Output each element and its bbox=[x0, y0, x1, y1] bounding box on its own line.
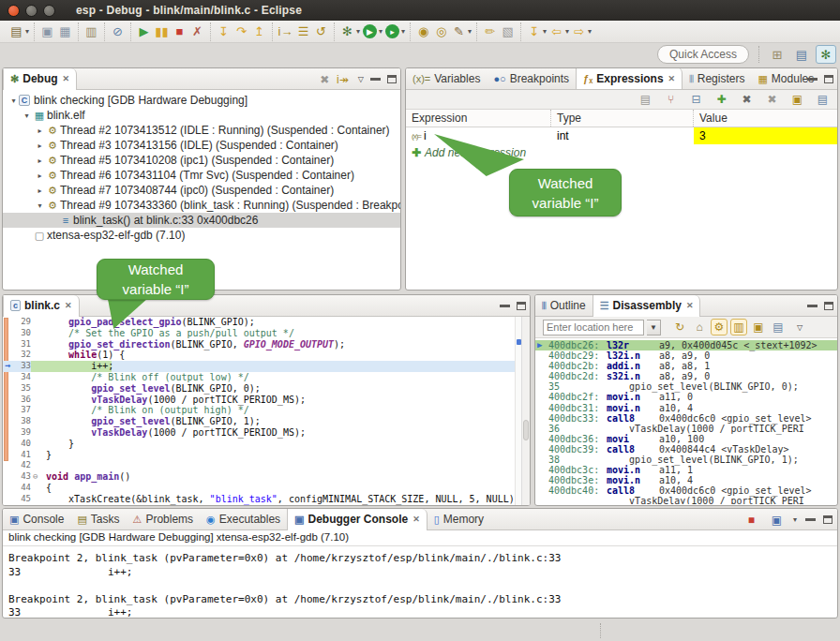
code-line[interactable]: 31 gpio_set_direction(BLINK_GPIO, GPIO_M… bbox=[3, 339, 530, 350]
disassembly-row[interactable]: 400dbc40:call80x400dc6c0 <gpio_set_level… bbox=[535, 485, 837, 496]
external-tools-dropdown-icon[interactable]: ▾ bbox=[401, 27, 405, 36]
disassembly-row[interactable]: 36 vTaskDelay(1000 / portTICK_PERI bbox=[535, 424, 837, 434]
code-line[interactable]: 44{ bbox=[3, 483, 530, 494]
search-icon[interactable]: ✎ bbox=[451, 23, 467, 40]
disassembly-row[interactable]: 400dbc3e:movi.na10, 4 bbox=[535, 475, 837, 485]
code-line[interactable]: 29 gpio_pad_select_gpio(BLINK_GPIO); bbox=[3, 317, 530, 328]
drop-to-frame-icon[interactable]: ↺ bbox=[313, 23, 329, 40]
code-line[interactable]: 34 /* Blink off (output low) */ bbox=[3, 372, 530, 383]
step-return-icon[interactable]: ↥ bbox=[251, 23, 267, 40]
debug-tree-row[interactable]: ▸⚙Thread #3 1073413156 (IDLE) (Suspended… bbox=[3, 138, 400, 153]
add-expression-icon[interactable]: ✚ bbox=[713, 91, 729, 108]
save-all-icon[interactable]: ▦ bbox=[57, 23, 73, 40]
minimize-view-icon[interactable] bbox=[807, 305, 818, 307]
maximize-view-icon[interactable] bbox=[387, 75, 397, 83]
expander-icon[interactable]: ▾ bbox=[22, 112, 32, 120]
last-edit-location-icon[interactable]: ↧ bbox=[526, 23, 542, 40]
terminate-console-icon[interactable]: ■ bbox=[743, 512, 759, 529]
code-line[interactable]: 38 gpio_set_level(BLINK_GPIO, 1); bbox=[3, 416, 530, 427]
minimize-view-icon[interactable] bbox=[807, 78, 818, 81]
suspend-icon[interactable]: ▮▮ bbox=[154, 23, 170, 40]
tab-breakpoints[interactable]: ●○Breakpoints bbox=[487, 67, 576, 89]
column-expression[interactable]: Expression bbox=[406, 110, 551, 127]
forward-history-icon[interactable]: ⇨ bbox=[571, 23, 587, 40]
close-tab-icon[interactable]: ✕ bbox=[412, 514, 420, 524]
disassembly-row[interactable]: 400dbc3c:movi.na11, 1 bbox=[535, 465, 837, 475]
scrollbar-thumb[interactable] bbox=[523, 420, 529, 440]
close-window-icon[interactable] bbox=[8, 5, 20, 17]
expander-icon[interactable]: ▸ bbox=[35, 142, 45, 150]
expression-row[interactable]: (x)=iint3 bbox=[406, 127, 837, 144]
close-tab-icon[interactable]: ✕ bbox=[686, 301, 694, 310]
new-wizard-dropdown-icon[interactable]: ▾ bbox=[25, 27, 29, 36]
maximize-view-icon[interactable] bbox=[824, 75, 833, 83]
console-output[interactable]: Breakpoint 2, blink_task (pvParameter=0x… bbox=[3, 546, 837, 619]
disassembly-row[interactable]: 400dbc2d:s32i.na8, a9, 0 bbox=[535, 371, 837, 381]
view-menu-icon[interactable]: ▽ bbox=[797, 323, 802, 332]
show-source-icon[interactable]: ▥ bbox=[730, 319, 747, 335]
save-icon[interactable]: ▣ bbox=[39, 23, 55, 40]
debug-dropdown-icon[interactable]: ▾ bbox=[356, 27, 360, 36]
resume-icon[interactable]: ▶ bbox=[136, 23, 152, 40]
maximize-view-icon[interactable] bbox=[823, 515, 832, 524]
code-line[interactable]: →33 i++; bbox=[3, 361, 530, 372]
last-edit-location-dropdown-icon[interactable]: ▾ bbox=[543, 27, 547, 36]
quick-access-button[interactable]: Quick Access bbox=[657, 45, 749, 64]
minimize-view-icon[interactable] bbox=[500, 305, 510, 307]
remove-all-terminated-icon[interactable]: ✖ bbox=[317, 71, 333, 88]
maximize-view-icon[interactable] bbox=[517, 302, 526, 310]
tab-blink-c[interactable]: c blink.c ✕ bbox=[3, 295, 80, 317]
tab-memory[interactable]: ▯Memory bbox=[428, 509, 490, 530]
debug-tree-row[interactable]: ▸⚙Thread #5 1073410208 (ipc1) (Suspended… bbox=[3, 153, 400, 168]
pin-view-icon[interactable]: ▤ bbox=[815, 91, 831, 108]
maximize-window-icon[interactable] bbox=[43, 5, 55, 17]
code-line[interactable]: 39 vTaskDelay(1000 / portTICK_PERIOD_MS)… bbox=[3, 427, 530, 439]
search-dropdown-icon[interactable]: ▾ bbox=[468, 27, 472, 36]
new-wizard-icon[interactable]: ▤ bbox=[8, 23, 24, 40]
minimize-window-icon[interactable] bbox=[25, 5, 38, 17]
show-type-names-icon[interactable]: ▤ bbox=[638, 91, 653, 108]
cpp-perspective-icon[interactable]: ▤ bbox=[791, 45, 812, 64]
code-line[interactable]: 36 vTaskDelay(1000 / portTICK_PERIOD_MS)… bbox=[3, 395, 530, 406]
build-icon[interactable]: ▥ bbox=[83, 23, 99, 40]
debug-perspective-icon[interactable]: ✻ bbox=[816, 45, 836, 64]
disassembly-row[interactable]: 38 gpio_set_level(BLINK_GPIO, 1); bbox=[535, 455, 837, 465]
code-line[interactable]: 41} bbox=[3, 450, 530, 461]
code-line[interactable]: 35 gpio_set_level(BLINK_GPIO, 0); bbox=[3, 383, 530, 395]
expander-icon[interactable]: ▾ bbox=[8, 97, 19, 105]
debug-tree-row[interactable]: ▸⚙Thread #2 1073413512 (IDLE : Running) … bbox=[3, 123, 400, 138]
tab-expressions[interactable]: ƒₓExpressions✕ bbox=[576, 67, 682, 89]
step-over-icon[interactable]: ↷ bbox=[233, 23, 249, 40]
close-tab-icon[interactable]: ✕ bbox=[65, 301, 72, 310]
open-perspective-icon[interactable]: ⊞ bbox=[767, 45, 788, 64]
disconnect-icon[interactable]: ✗ bbox=[189, 23, 205, 40]
skip-all-breakpoints-icon[interactable]: ⊘ bbox=[110, 23, 126, 40]
view-menu-icon[interactable]: ▽ bbox=[358, 75, 364, 83]
minimize-view-icon[interactable] bbox=[370, 78, 381, 81]
expander-icon[interactable]: ▸ bbox=[35, 171, 45, 180]
close-tab-icon[interactable]: ✕ bbox=[63, 74, 70, 83]
tab-executables[interactable]: ◉Executables bbox=[200, 509, 287, 530]
code-line[interactable]: 40 } bbox=[3, 439, 530, 450]
code-line[interactable]: 43⊖void app_main() bbox=[3, 471, 530, 483]
disassembly-row[interactable]: vTaskDelay(1000 / portTICK_PERI bbox=[535, 496, 837, 504]
disassembly-row[interactable]: 400dbc33:call80x400dc6c0 <gpio_set_level… bbox=[535, 413, 837, 424]
disassembly-row[interactable]: 35 gpio_set_level(BLINK_GPIO, 0); bbox=[535, 381, 837, 392]
debug-tree-row[interactable]: ▸⚙Thread #6 1073431104 (Tmr Svc) (Suspen… bbox=[3, 168, 400, 183]
step-into-icon[interactable]: ↧ bbox=[216, 23, 232, 40]
debug-tree-row[interactable]: ≡blink_task() at blink.c:33 0x400dbc26 bbox=[3, 213, 400, 228]
show-logical-structure-icon[interactable]: ⑂ bbox=[663, 91, 679, 108]
pin-view-icon[interactable]: ▤ bbox=[770, 319, 787, 335]
debug-tree-row[interactable]: ▾▦blink.elf bbox=[3, 108, 400, 123]
refresh-icon[interactable]: ↻ bbox=[671, 319, 688, 335]
disassembly-row[interactable]: ▶400dbc26:l32ra9, 0x400d045c <_stext+109… bbox=[535, 340, 837, 350]
minimize-view-icon[interactable] bbox=[805, 518, 816, 521]
terminate-icon[interactable]: ■ bbox=[172, 23, 188, 40]
open-resource-icon[interactable]: ◎ bbox=[433, 23, 449, 40]
location-input[interactable]: Enter location here bbox=[543, 320, 644, 335]
run-icon[interactable]: ▶ bbox=[363, 24, 377, 38]
collapse-all-icon[interactable]: ⊟ bbox=[688, 91, 704, 108]
sync-active-context-icon[interactable]: ⚙ bbox=[711, 319, 728, 335]
disassembly-row[interactable]: 400dbc36:movia10, 100 bbox=[535, 434, 837, 444]
instruction-stepping-icon[interactable]: i→ bbox=[278, 23, 293, 40]
